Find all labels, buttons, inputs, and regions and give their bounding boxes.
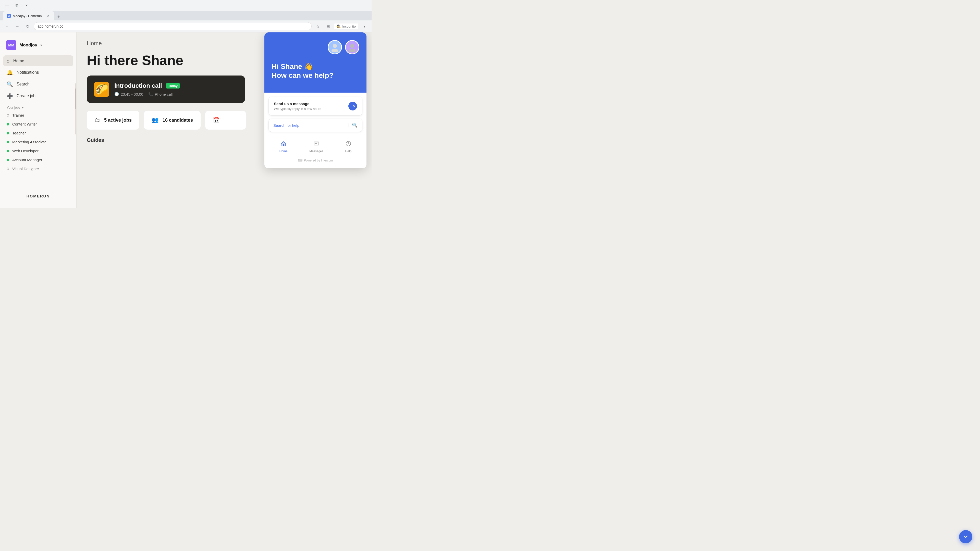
sidebar-navigation: ⌂ Home 🔔 Notifications 🔍 Search ➕ Create… [0, 56, 76, 102]
intercom-greeting-line1: Hi Shane 👋 [272, 62, 360, 71]
window-close-button[interactable]: × [22, 2, 30, 10]
job-status-dot-web-developer [6, 150, 9, 152]
job-name-account-manager: Account Manager [12, 158, 42, 162]
intercom-nav-help-label: Help [345, 149, 352, 153]
search-icon: 🔍 [6, 81, 13, 87]
bell-icon: 🔔 [6, 69, 13, 76]
job-status-dot-content-writer [6, 123, 9, 125]
tab-close-button[interactable]: × [46, 14, 51, 18]
browser-tab-moodjoy[interactable]: M Moodjoy · Homerun × [3, 11, 54, 21]
today-badge: Today [165, 83, 180, 89]
intercom-search-icon[interactable]: 🔍 [352, 122, 358, 128]
intercom-avatar-1 [328, 40, 342, 54]
more-button[interactable]: ⋮ [360, 22, 369, 30]
new-tab-button[interactable]: + [55, 13, 62, 21]
incognito-icon: 🕵 [337, 24, 341, 28]
job-item-visual-designer[interactable]: Visual Designer [3, 165, 73, 173]
sidebar-item-search-label: Search [17, 82, 30, 86]
keyboard-icon: ⌨ [298, 159, 302, 162]
send-message-button[interactable]: Send us a message We typically reply in … [269, 97, 363, 116]
stat-candidates-text: 16 candidates [162, 118, 193, 123]
event-info: Introduction call Today 🕐 23:45 - 00:00 … [115, 82, 238, 97]
address-bar[interactable]: app.homerun.co [34, 22, 312, 30]
intercom-messages-icon [313, 141, 319, 148]
forward-button[interactable]: → [13, 22, 21, 30]
app-container: MM Moodjoy ▾ ⌂ Home 🔔 Notifications 🔍 Se… [0, 32, 372, 208]
sidebar-header[interactable]: MM Moodjoy ▾ [0, 38, 76, 56]
clock-icon: 🕐 [115, 92, 119, 97]
plus-icon: ➕ [6, 93, 13, 99]
jobs-list: Trainer Content Writer Teacher Marketing… [0, 111, 76, 173]
incognito-badge: 🕵 Incognito [334, 24, 358, 29]
cursor-icon: | [348, 123, 349, 127]
sidebar: MM Moodjoy ▾ ⌂ Home 🔔 Notifications 🔍 Se… [0, 32, 76, 208]
sidebar-item-home[interactable]: ⌂ Home [3, 56, 73, 66]
job-item-teacher[interactable]: Teacher [3, 129, 73, 137]
job-name-visual-designer: Visual Designer [12, 167, 39, 171]
scrollbar-thumb [75, 89, 76, 109]
svg-point-2 [350, 44, 354, 48]
event-emoji: 🌮 [94, 82, 109, 97]
layout-button[interactable]: ⊟ [324, 22, 332, 30]
intercom-greeting: Hi Shane 👋 How can we help? [272, 62, 360, 80]
sidebar-item-search[interactable]: 🔍 Search [3, 79, 73, 90]
intercom-nav-home-label: Home [280, 149, 288, 153]
job-item-web-developer[interactable]: Web Developer [3, 147, 73, 155]
url-display: app.homerun.co [38, 24, 63, 28]
your-jobs-section[interactable]: Your jobs ▾ [0, 102, 76, 111]
bookmark-button[interactable]: ☆ [313, 22, 322, 30]
event-time-text: 23:45 - 00:00 [121, 92, 143, 97]
event-card[interactable]: 🌮 Introduction call Today 🕐 23:45 - 00:0… [87, 76, 245, 103]
homerun-logo: HOMERUN [27, 194, 50, 198]
intercom-nav: Home Messages [269, 136, 363, 157]
intercom-footer: ⌨ Powered by Intercom [269, 157, 363, 164]
intercom-header: Hi Shane 👋 How can we help? [264, 32, 366, 93]
sidebar-scrollbar[interactable] [75, 83, 76, 135]
intercom-nav-home[interactable]: Home [274, 139, 293, 155]
stat-card-jobs[interactable]: 🗂 5 active jobs [87, 111, 139, 130]
intercom-search-bar[interactable]: Search for help | 🔍 [269, 119, 363, 132]
intercom-nav-messages[interactable]: Messages [304, 139, 328, 155]
svg-point-3 [349, 49, 355, 52]
job-status-dot-marketing-associate [6, 141, 9, 143]
job-item-trainer[interactable]: Trainer [3, 111, 73, 119]
intercom-nav-help[interactable]: Help [340, 139, 357, 155]
browser-window-controls: — ⧉ × [3, 2, 30, 10]
message-btn-text: Send us a message We typically reply in … [274, 102, 321, 111]
company-name: Moodjoy [19, 43, 37, 48]
tab-title: Moodjoy · Homerun [13, 14, 44, 18]
job-name-teacher: Teacher [12, 131, 26, 135]
jobs-icon: 🗂 [94, 117, 100, 124]
job-name-marketing-associate: Marketing Associate [12, 140, 46, 144]
home-icon: ⌂ [6, 58, 10, 64]
window-minimize-button[interactable]: — [3, 2, 11, 10]
intercom-widget: Hi Shane 👋 How can we help? Send us a me… [264, 32, 366, 168]
job-status-dot-teacher [6, 132, 9, 135]
job-status-dot-trainer [6, 114, 9, 117]
job-item-content-writer[interactable]: Content Writer [3, 120, 73, 128]
job-item-marketing-associate[interactable]: Marketing Associate [3, 138, 73, 146]
svg-point-0 [333, 44, 337, 48]
event-details: 🕐 23:45 - 00:00 📞 Phone call [115, 92, 238, 97]
sidebar-item-home-label: Home [13, 59, 24, 63]
event-time: 🕐 23:45 - 00:00 [115, 92, 143, 97]
sidebar-footer: HOMERUN [0, 189, 76, 203]
job-name-trainer: Trainer [12, 113, 24, 118]
back-button[interactable]: ← [3, 22, 11, 30]
browser-chrome: — ⧉ × M Moodjoy · Homerun × + ← → ↻ app.… [0, 0, 372, 32]
stat-card-candidates[interactable]: 👥 16 candidates [144, 111, 200, 130]
window-restore-button[interactable]: ⧉ [13, 2, 21, 10]
job-item-account-manager[interactable]: Account Manager [3, 156, 73, 164]
intercom-avatars [272, 40, 360, 54]
sidebar-item-notifications-label: Notifications [17, 70, 39, 75]
sidebar-item-create-job[interactable]: ➕ Create job [3, 90, 73, 102]
svg-rect-4 [283, 144, 284, 146]
reload-button[interactable]: ↻ [24, 22, 32, 30]
candidates-icon: 👥 [151, 117, 159, 124]
stat-card-calendar[interactable]: 📅 [205, 111, 246, 130]
your-jobs-label: Your jobs [6, 106, 21, 110]
phone-icon: 📞 [148, 92, 153, 97]
chevron-down-icon: ▾ [40, 43, 42, 47]
sidebar-item-create-job-label: Create job [17, 94, 35, 98]
sidebar-item-notifications[interactable]: 🔔 Notifications [3, 67, 73, 78]
